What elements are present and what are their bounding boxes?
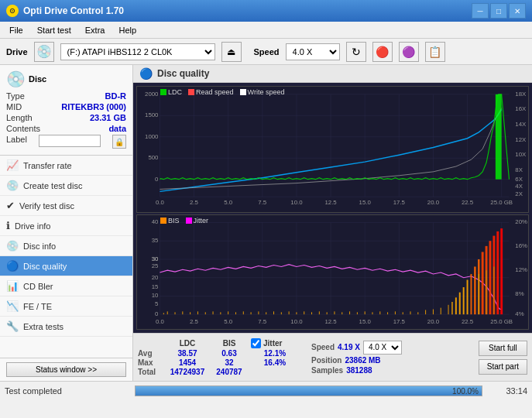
svg-text:4%: 4% (515, 310, 523, 317)
content-area: 🔵 Disc quality LDC Read speed (133, 65, 532, 381)
svg-text:20: 20 (152, 274, 159, 281)
eject-button[interactable]: ⏏ (221, 42, 242, 62)
disc-panel: 💿 Disc Type BD-R MID RITEKBR3 (000) Leng… (0, 65, 132, 156)
jitter-checkbox[interactable] (251, 338, 261, 348)
svg-text:0.0: 0.0 (156, 199, 165, 206)
sidebar-item-extra-tests[interactable]: 🔧 Extra tests (0, 317, 132, 337)
legend-bis: BIS (160, 217, 180, 224)
nav-items: 📈 Transfer rate 💿 Create test disc ✔ Ver… (0, 156, 132, 381)
disc-length-row: Length 23.31 GB (6, 113, 126, 122)
minimize-button[interactable]: ─ (472, 3, 489, 19)
stats-total-row: Total 14724937 240787 (138, 368, 299, 376)
disc-length-value: 23.31 GB (90, 113, 126, 122)
status-window-section: Status window >> (0, 358, 132, 381)
bis-col-header: BIS (209, 339, 249, 348)
svg-text:15.0: 15.0 (359, 199, 372, 206)
svg-text:25: 25 (152, 262, 159, 269)
sidebar-item-cd-bler[interactable]: 📊 CD Bler (0, 276, 132, 296)
svg-text:10.0: 10.0 (290, 199, 303, 206)
svg-text:12X: 12X (515, 136, 527, 143)
svg-text:6X: 6X (515, 176, 523, 183)
drive-icon-btn[interactable]: 💿 (34, 42, 54, 62)
drive-label: Drive (6, 47, 28, 57)
sidebar-item-verify-test-disc[interactable]: ✔ Verify test disc (0, 196, 132, 216)
svg-rect-0 (137, 87, 528, 212)
settings-button2[interactable]: 🟣 (399, 42, 419, 62)
svg-text:500: 500 (148, 154, 159, 161)
svg-text:10X: 10X (515, 151, 527, 158)
settings-button1[interactable]: 🔴 (372, 42, 393, 62)
menu-start-test[interactable]: Start test (31, 22, 77, 38)
disc-label-label: Label (6, 135, 27, 149)
svg-text:22.5: 22.5 (462, 199, 474, 206)
speed-select[interactable]: 4.0 X (286, 43, 340, 60)
speed-label: Speed (254, 47, 280, 57)
disc-label-input[interactable] (39, 135, 101, 147)
legend-write-speed-label: Write speed (248, 88, 285, 96)
sidebar-item-fe-te[interactable]: 📉 FE / TE (0, 296, 132, 317)
progress-text: 100.0% (452, 386, 479, 395)
svg-text:2.5: 2.5 (190, 199, 199, 206)
bottom-chart-svg: 40 35 30 30 25 20 15 10 5 0 20% 16% 12% … (137, 215, 528, 329)
disc-panel-title: Disc (29, 74, 46, 84)
bottom-chart: BIS Jitter (136, 214, 529, 330)
sidebar-item-create-test-disc[interactable]: 💿 Create test disc (0, 176, 132, 196)
cd-bler-icon: 📊 (6, 280, 19, 292)
bis-avg-val: 0.63 (209, 349, 249, 358)
drive-bar: Drive 💿 (F:) ATAPI iHBS112 2 CL0K ⏏ Spee… (0, 39, 532, 65)
svg-text:4X: 4X (515, 183, 523, 190)
close-button[interactable]: ✕ (509, 3, 526, 19)
top-chart-svg: 2000 1500 1000 500 0 18X 16X 14X 12X 10X… (137, 87, 528, 212)
position-row: Position 23862 MB (311, 356, 402, 365)
maximize-button[interactable]: □ (490, 3, 507, 19)
menu-extra[interactable]: Extra (79, 22, 112, 38)
title-bar: ⊙ Opti Drive Control 1.70 ─ □ ✕ (0, 0, 532, 22)
start-full-button[interactable]: Start full (479, 341, 527, 356)
menu-help[interactable]: Help (112, 22, 142, 38)
legend-read-speed: Read speed (188, 88, 234, 96)
max-label: Max (138, 358, 166, 367)
charts-container: LDC Read speed Write speed (133, 83, 532, 333)
svg-text:2X: 2X (515, 190, 523, 197)
svg-text:17.5: 17.5 (393, 199, 406, 206)
menu-file[interactable]: File (3, 22, 29, 38)
disc-mid-label: MID (6, 102, 22, 111)
start-part-button[interactable]: Start part (479, 359, 527, 375)
svg-text:18X: 18X (515, 91, 527, 98)
status-text: Test completed (5, 386, 129, 396)
svg-text:30: 30 (152, 255, 159, 262)
stats-max-row: Max 1454 32 16.4% (138, 358, 299, 367)
app-title: Opti Drive Control 1.70 (23, 5, 124, 16)
position-label: Position (311, 356, 342, 365)
sidebar: 💿 Disc Type BD-R MID RITEKBR3 (000) Leng… (0, 65, 133, 381)
refresh-button[interactable]: ↻ (346, 42, 366, 62)
drive-select[interactable]: (F:) ATAPI iHBS112 2 CL0K (60, 43, 215, 60)
svg-text:10: 10 (152, 292, 159, 299)
sidebar-item-transfer-rate[interactable]: 📈 Transfer rate (0, 156, 132, 176)
ldc-avg-val: 38.57 (167, 349, 208, 358)
disc-label-icon[interactable]: 🔒 (112, 135, 126, 149)
speed-row-select[interactable]: 4.0 X (363, 341, 402, 355)
disc-quality-header: 🔵 Disc quality (133, 65, 532, 83)
svg-text:1000: 1000 (145, 133, 159, 140)
settings-button3[interactable]: 📋 (425, 42, 445, 62)
svg-text:0: 0 (155, 310, 158, 317)
svg-text:22.5: 22.5 (462, 318, 473, 325)
sidebar-label-transfer-rate: Transfer rate (23, 161, 72, 170)
svg-text:16X: 16X (515, 105, 527, 112)
sidebar-item-disc-quality[interactable]: 🔵 Disc quality (0, 256, 132, 276)
legend-write-speed: Write speed (240, 88, 285, 96)
disc-label-row: Label 🔒 (6, 135, 126, 149)
svg-text:20%: 20% (515, 218, 527, 225)
status-window-button[interactable]: Status window >> (6, 362, 126, 377)
stats-avg-row: Avg 38.57 0.63 12.1% (138, 349, 299, 358)
legend-jitter-label: Jitter (194, 217, 209, 224)
sidebar-item-disc-info[interactable]: 💿 Disc info (0, 236, 132, 256)
disc-length-label: Length (6, 113, 33, 122)
time-display: 33:14 (489, 386, 527, 396)
sidebar-item-drive-info[interactable]: ℹ Drive info (0, 216, 132, 236)
jitter-avg-val: 12.1% (251, 349, 299, 358)
svg-text:5: 5 (155, 300, 158, 307)
svg-rect-44 (496, 94, 502, 180)
stats-header-row: LDC BIS Jitter (138, 338, 299, 348)
